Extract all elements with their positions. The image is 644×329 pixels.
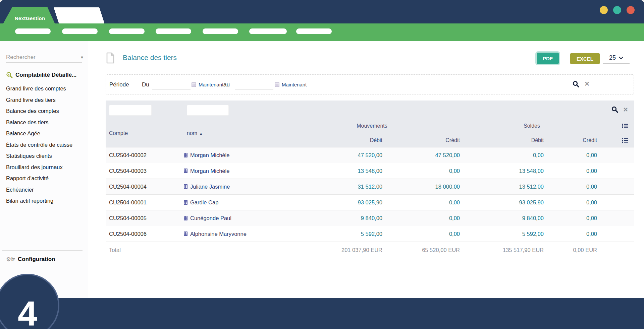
third-party-link[interactable]: Juliane Jasmine (183, 179, 281, 194)
group-header-mouvements: Mouvements (281, 119, 463, 133)
s-credit-value[interactable]: 0,00 (547, 226, 600, 242)
filter-nom-input[interactable] (187, 105, 229, 116)
column-settings-button[interactable] (600, 119, 634, 133)
sidebar-search[interactable]: ▼ (6, 52, 82, 63)
excel-export-button[interactable]: EXCEL (570, 53, 600, 64)
now-link-to[interactable]: Maintenant (282, 82, 307, 87)
account-code: CU2504-00004 (106, 179, 183, 194)
sidebar-section-label: Comptabilité Détaillé... (15, 72, 76, 78)
nav-pill-5[interactable] (203, 28, 238, 34)
sidebar-item-bilan-actif-reporting[interactable]: Bilan actif reporting (0, 195, 88, 207)
nav-pill-4[interactable] (156, 28, 191, 34)
period-clear-button[interactable]: × (585, 80, 589, 88)
third-party-link[interactable]: Gardie Cap (183, 195, 281, 210)
total-mv-credit: 65 520,00 EUR (386, 242, 463, 258)
secondary-tab[interactable] (54, 7, 105, 23)
table-clear-button[interactable]: × (623, 106, 628, 114)
page-title[interactable]: Balance des tiers (123, 54, 177, 62)
mv-debit-value[interactable]: 9 840,00 (281, 210, 386, 226)
sidebar-item-balance-tiers[interactable]: Balance des tiers (0, 117, 88, 128)
s-credit-value[interactable]: 0,00 (547, 163, 600, 179)
building-icon (183, 231, 188, 237)
s-credit-value[interactable]: 0,00 (547, 210, 600, 226)
page-size-select[interactable]: 25 (603, 52, 630, 64)
window-dot-yellow[interactable] (600, 6, 608, 14)
sidebar-item-configuration[interactable]: ⚙ʫ Configuration (6, 256, 55, 263)
period-to-label: au (223, 81, 230, 88)
brand-tab[interactable]: NextGestion (3, 7, 57, 23)
s-credit-value[interactable]: 0,00 (547, 179, 600, 194)
sidebar-item-echeancier[interactable]: Echéancier (0, 184, 88, 196)
window-controls (600, 6, 635, 14)
window-dot-teal[interactable] (613, 6, 621, 14)
account-code: CU2504-00001 (106, 195, 183, 210)
sidebar-item-grand-livre-comptes[interactable]: Grand livre des comptes (0, 83, 88, 94)
mv-credit-value[interactable]: 0,00 (386, 210, 463, 226)
sidebar-item-balance-comptes[interactable]: Balance des comptes (0, 106, 88, 117)
s-debit-value[interactable]: 13 512,00 (463, 179, 547, 194)
period-search-button[interactable] (572, 80, 580, 88)
sidebar-item-brouillard-journaux[interactable]: Brouillard des journaux (0, 162, 88, 173)
search-dollar-icon: $ (6, 72, 13, 78)
nav-pill-6[interactable] (249, 28, 287, 34)
mv-debit-value[interactable]: 31 512,00 (281, 179, 386, 194)
chevron-down-icon[interactable]: ▼ (80, 55, 85, 59)
mv-debit-value[interactable]: 47 520,00 (281, 147, 386, 163)
third-party-link[interactable]: Alphonsine Maryvonne (183, 226, 281, 242)
account-code: CU2504-00006 (106, 226, 183, 242)
sidebar-item-balance-agee[interactable]: Balance Agée (0, 128, 88, 139)
column-settings-button[interactable] (600, 133, 634, 147)
table-row: CU2504-00005 Cunégonde Paul 9 840,00 0,0… (106, 210, 634, 226)
configuration-label: Configuration (18, 256, 55, 263)
mv-credit-value[interactable]: 47 520,00 (386, 147, 463, 163)
total-s-debit: 135 517,90 EUR (463, 242, 547, 258)
mv-debit-value[interactable]: 13 548,00 (281, 163, 386, 179)
sidebar-item-rapport-activite[interactable]: Rapport d'activité (0, 173, 88, 184)
now-link-from[interactable]: Maintenant (199, 82, 223, 87)
s-debit-value[interactable]: 93 025,90 (463, 195, 547, 210)
s-debit-value[interactable]: 5 592,00 (463, 226, 547, 242)
mv-debit-value[interactable]: 93 025,90 (281, 195, 386, 210)
s-debit-value[interactable]: 0,00 (463, 147, 547, 163)
total-s-credit: 0,00 EUR (547, 242, 600, 258)
column-header-s-credit[interactable]: Crédit (547, 133, 600, 147)
sidebar-divider (2, 250, 83, 251)
nav-pill-3[interactable] (109, 28, 145, 34)
table-search-button[interactable] (611, 106, 619, 113)
mv-credit-value[interactable]: 0,00 (386, 226, 463, 242)
search-input[interactable] (6, 54, 80, 61)
document-icon (106, 52, 115, 64)
column-header-mv-credit[interactable]: Crédit (386, 133, 463, 147)
s-debit-value[interactable]: 13 548,00 (463, 163, 547, 179)
third-party-link[interactable]: Cunégonde Paul (183, 210, 281, 226)
date-to-input[interactable] (235, 81, 273, 89)
s-credit-value[interactable]: 0,00 (547, 195, 600, 210)
column-header-mv-debit[interactable]: Débit (281, 133, 386, 147)
sidebar-item-grand-livre-tiers[interactable]: Grand livre des tiers (0, 94, 88, 106)
third-party-link[interactable]: Morgan Michèle (183, 147, 281, 163)
total-mv-debit: 201 037,90 EUR (281, 242, 386, 258)
calendar-icon[interactable] (275, 82, 279, 87)
filter-compte-input[interactable] (109, 105, 152, 116)
mv-credit-value[interactable]: 18 000,00 (386, 179, 463, 194)
s-debit-value[interactable]: 9 840,00 (463, 210, 547, 226)
sidebar-item-statistiques-clients[interactable]: Statistiques clients (0, 150, 88, 162)
date-from-input[interactable] (152, 81, 191, 89)
sidebar-section-header: $ Comptabilité Détaillé... (6, 72, 76, 78)
mv-debit-value[interactable]: 5 592,00 (281, 226, 386, 242)
nav-pill-2[interactable] (62, 28, 98, 34)
pdf-export-button[interactable]: PDF (537, 53, 559, 64)
column-header-s-debit[interactable]: Débit (463, 133, 547, 147)
mv-credit-value[interactable]: 0,00 (386, 195, 463, 210)
s-credit-value[interactable]: 0,00 (547, 147, 600, 163)
sidebar-menu: Grand livre des comptes Grand livre des … (0, 83, 88, 207)
table-row: CU2504-00002 Morgan Michèle 47 520,00 47… (106, 147, 634, 163)
window-dot-red[interactable] (627, 6, 635, 14)
svg-text:$: $ (8, 73, 10, 76)
mv-credit-value[interactable]: 0,00 (386, 163, 463, 179)
sidebar-item-etats-controle-caisse[interactable]: États de contrôle de caisse (0, 139, 88, 151)
nav-pill-7[interactable] (296, 28, 332, 34)
third-party-link[interactable]: Morgan Michèle (183, 163, 281, 179)
calendar-icon[interactable] (192, 82, 196, 87)
nav-pill-1[interactable] (15, 28, 51, 34)
